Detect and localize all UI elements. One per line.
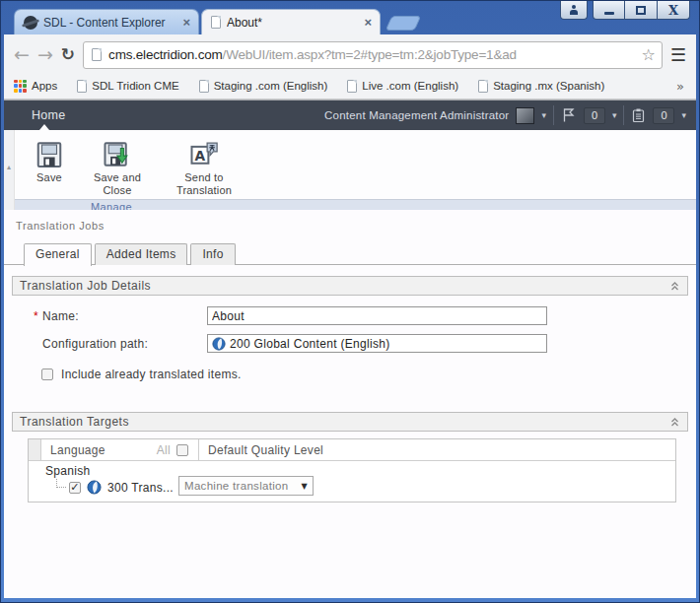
quality-level-value: Machine translation [184,480,302,492]
column-all: All [157,443,171,457]
section-title: Translation Job Details [20,279,151,293]
ribbon-tab-home[interactable]: Home [32,108,66,122]
profile-button[interactable] [560,1,588,20]
name-row: * Name: [34,306,688,325]
apps-grid-icon [14,80,27,93]
language-group-label: Spanish [45,464,675,478]
bookmarks-overflow-icon[interactable]: » [676,79,684,94]
browser-tab-about[interactable]: About* × [201,9,381,34]
flag-icon[interactable] [561,107,577,123]
ribbon-collapse-strip[interactable]: ▴ [4,130,15,210]
configuration-path-label: Configuration path: [34,337,207,351]
address-bar[interactable]: cms.electridion.com/WebUI/item.aspx?tm=2… [83,41,663,69]
bookmark-item[interactable]: SDL Tridion CME [77,80,178,93]
bookmark-page-icon [478,80,488,93]
bookmark-item[interactable]: Live .com (English) [347,80,458,93]
bookmark-label: Live .com (English) [362,80,458,92]
tab-general[interactable]: General [24,243,92,266]
ribbon-header: Home Content Management Administrator ▾ … [4,100,696,130]
divider [553,105,554,125]
collapse-arrow-icon: ▴ [7,164,11,210]
close-button[interactable]: X [658,1,690,20]
maximize-button[interactable] [625,1,658,20]
include-translated-row: Include already translated items. [41,368,688,381]
new-tab-button[interactable] [385,16,422,31]
url-text[interactable]: cms.electridion.com/WebUI/item.aspx?tm=2… [108,47,634,62]
targets-table-header: Language All Default Quality Level [29,439,675,461]
save-icon [33,138,66,171]
targets-section-header[interactable]: Translation Targets [12,412,688,432]
tree-elbow [56,479,66,488]
target-item-label: 300 Trans... [107,481,174,495]
target-item: ✓ 300 Trans... [56,480,675,495]
sdl-logo-icon [24,16,37,30]
tab-info[interactable]: Info [190,243,235,265]
url-host: cms.electridion.com [108,47,223,62]
caption-buttons: X [593,1,690,20]
button-label: Save and Close [82,171,153,197]
queue-count-badge[interactable]: 0 [653,107,674,124]
details-section: Translation Job Details * Name: [12,276,688,381]
targets-section: Translation Targets Language All Default… [12,412,688,502]
bookmark-item[interactable]: Staging .com (English) [199,80,328,93]
gutter-cell [29,439,41,460]
save-button[interactable]: Save [27,136,72,186]
maximize-icon [636,6,646,15]
column-quality: Default Quality Level [199,443,323,457]
target-checkbox[interactable]: ✓ [69,482,81,494]
url-path: /WebUI/item.aspx?tm=2#type=tm:2&jobType=… [223,47,517,62]
close-icon: X [668,3,678,18]
browser-window: SDL - Content Explorer × About* × X [0,0,700,603]
tab-close-icon[interactable]: × [364,18,372,28]
bookmark-star-icon[interactable]: ☆ [642,45,656,64]
tab-title: About* [227,16,358,30]
back-icon[interactable]: ← [14,45,30,64]
navigation-bar: ← → ↻ cms.electridion.com/WebUI/item.asp… [4,34,696,75]
include-translated-label: Include already translated items. [61,368,242,381]
save-and-close-icon [101,138,134,171]
button-label: Save [36,171,62,184]
tab-close-icon[interactable]: × [182,18,190,28]
collapse-section-icon[interactable] [669,281,680,292]
configuration-path-field[interactable]: 200 Global Content (English) [207,334,547,353]
minimize-button[interactable] [593,1,625,20]
browser-tab-content-explorer[interactable]: SDL - Content Explorer × [14,9,199,34]
user-avatar[interactable] [516,107,534,124]
chrome-menu-icon[interactable]: ☰ [670,44,686,65]
send-to-translation-button[interactable]: A Send to Translation [163,136,245,199]
bookmarks-bar: Apps SDL Tridion CME Staging .com (Engli… [4,75,696,99]
flag-count-badge[interactable]: 0 [584,107,605,124]
bookmark-label: Staging .mx (Spanish) [493,80,604,92]
section-title: Translation Targets [20,415,129,429]
titlebar: SDL - Content Explorer × About* × X [4,1,696,34]
forward-icon[interactable]: → [37,45,53,64]
details-section-header[interactable]: Translation Job Details [12,276,688,296]
page-security-icon [92,48,102,61]
chevron-down-icon[interactable]: ▾ [612,110,617,120]
breadcrumb: Translation Jobs [16,220,696,232]
column-language: Language [41,443,105,457]
apps-shortcut[interactable]: Apps [14,80,57,93]
publication-globe-icon [212,337,226,351]
targets-table: Language All Default Quality Level Spani… [28,438,676,502]
active-tab-notch [39,124,49,130]
collapse-section-icon[interactable] [669,417,680,428]
reload-icon[interactable]: ↻ [61,46,75,63]
select-all-checkbox[interactable] [176,444,188,456]
window-controls: X [560,1,690,20]
chevron-down-icon[interactable]: ▾ [681,110,686,120]
apps-label: Apps [32,80,57,92]
quality-level-select[interactable]: Machine translation ▼ [178,476,314,496]
bookmark-label: SDL Tridion CME [92,80,178,92]
chevron-down-icon[interactable]: ▾ [541,110,546,120]
bookmark-page-icon [347,80,357,93]
send-to-translation-icon: A [187,138,221,171]
clipboard-icon[interactable] [631,107,646,123]
bookmark-item[interactable]: Staging .mx (Spanish) [478,80,604,93]
bookmark-label: Staging .com (English) [214,80,328,92]
save-and-close-button[interactable]: Save and Close [76,136,159,199]
include-translated-checkbox[interactable] [41,368,53,380]
name-input[interactable] [207,306,547,325]
svg-text:A: A [195,148,206,164]
tab-added-items[interactable]: Added Items [95,243,188,265]
